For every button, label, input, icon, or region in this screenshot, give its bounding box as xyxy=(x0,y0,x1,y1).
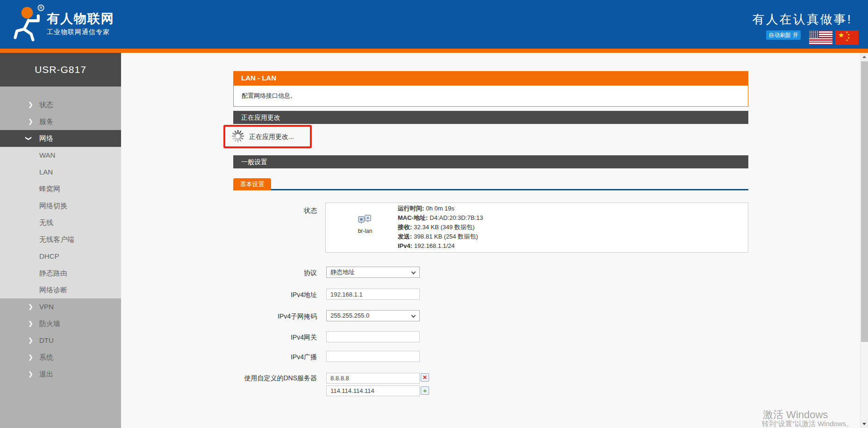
tab-basic-settings[interactable]: 基本设置 xyxy=(233,178,271,190)
language-english-flag-icon[interactable] xyxy=(809,30,832,45)
interface-name: br-lan xyxy=(344,228,386,234)
status-line: 运行时间:0h 0m 19s xyxy=(398,204,483,213)
sidebar-item-wireless[interactable]: 无线 xyxy=(0,214,121,231)
sidebar-item-services[interactable]: ❯ 服务 xyxy=(0,113,121,130)
brand-title: 有人物联网 xyxy=(47,10,115,27)
chevron-right-icon: ❯ xyxy=(28,96,33,113)
sidebar-item-status[interactable]: ❯ 状态 xyxy=(0,96,121,113)
dns-server-input-1[interactable] xyxy=(326,373,420,384)
chevron-right-icon: ❯ xyxy=(28,315,33,332)
add-dns-icon[interactable]: ＋ xyxy=(421,386,429,395)
chevron-right-icon: ❯ xyxy=(28,113,33,130)
ipv4-netmask-label: IPv4子网掩码 xyxy=(187,312,317,321)
ipv4-gateway-input[interactable] xyxy=(326,331,420,342)
protocol-label: 协议 xyxy=(187,269,317,277)
status-line: 发送:398.81 KB (254 数据包) xyxy=(398,232,483,241)
windows-activation-watermark-sub: 转到“设置”以激活 Windows。 xyxy=(762,420,853,428)
header-slogan: 有人在认真做事! xyxy=(753,11,852,28)
ipv4-broadcast-input[interactable] xyxy=(326,351,420,362)
sidebar-item-dhcp[interactable]: DHCP xyxy=(0,248,121,265)
scrollbar-thumb[interactable] xyxy=(861,61,868,342)
chevron-down-icon: ❯ xyxy=(20,136,37,141)
status-field-label: 状态 xyxy=(187,207,317,215)
vertical-scrollbar[interactable] xyxy=(860,53,868,428)
sidebar-item-vpn[interactable]: ❯ VPN xyxy=(0,298,121,315)
chevron-right-icon: ❯ xyxy=(28,366,33,383)
chevron-right-icon: ❯ xyxy=(28,298,33,315)
chevron-down-icon xyxy=(411,313,416,318)
sidebar-item-logout[interactable]: ❯ 退出 xyxy=(0,366,121,383)
sidebar-item-wan[interactable]: WAN xyxy=(0,147,121,164)
status-line: IPv4:192.168.1.1/24 xyxy=(398,241,483,251)
sidebar-item-network[interactable]: ❯ 网络 xyxy=(0,130,121,147)
page-title: LAN - LAN xyxy=(233,71,748,85)
ipv4-gateway-label: IPv4网关 xyxy=(187,334,317,342)
sidebar-item-system[interactable]: ❯ 系统 xyxy=(0,349,121,366)
sidebar-item-cellular[interactable]: 蜂窝网 xyxy=(0,181,121,197)
dns-server-input-2[interactable] xyxy=(326,385,420,396)
sidebar-item-network-switch[interactable]: 网络切换 xyxy=(0,197,121,214)
custom-dns-label: 使用自定义的DNS服务器 xyxy=(187,374,317,383)
device-model-title: USR-G817 xyxy=(0,53,121,87)
chevron-down-icon xyxy=(411,270,416,275)
ipv4-netmask-select[interactable]: 255.255.255.0 xyxy=(326,310,420,321)
tab-underline xyxy=(271,189,748,190)
scroll-up-button[interactable] xyxy=(861,53,868,61)
sidebar-item-static-routes[interactable]: 静态路由 xyxy=(0,265,121,282)
protocol-select[interactable]: 静态地址 xyxy=(326,267,420,278)
auto-refresh-toggle[interactable]: 自动刷新 开 xyxy=(766,30,801,40)
interface-block: br-lan xyxy=(344,214,386,234)
router-admin-page: R 有人物联网 工业物联网通信专家 有人在认真做事! 自动刷新 开 ★ ★ ★ … xyxy=(0,0,868,428)
status-line: 接收:32.34 KB (349 数据包) xyxy=(398,223,483,232)
interface-status-details: 运行时间:0h 0m 19s MAC-地址:D4:AD:20:3D:7B:13 … xyxy=(398,204,483,251)
ethernet-bridge-icon xyxy=(357,214,373,225)
page-description: 配置网络接口信息。 xyxy=(233,85,748,107)
triangle-up-icon xyxy=(862,56,866,58)
orange-accent-stripe xyxy=(0,49,868,53)
interface-status-box xyxy=(325,203,748,253)
top-header: R 有人物联网 工业物联网通信专家 有人在认真做事! 自动刷新 开 ★ ★ ★ … xyxy=(0,0,868,49)
scroll-down-button[interactable] xyxy=(861,420,868,428)
ipv4-broadcast-label: IPv4广播 xyxy=(187,353,317,362)
sidebar-item-network-diagnostics[interactable]: 网络诊断 xyxy=(0,282,121,298)
ipv4-address-label: IPv4地址 xyxy=(187,291,317,299)
network-submenu: WAN LAN 蜂窝网 网络切换 无线 无线客户端 DHCP 静态路由 网络诊断 xyxy=(0,147,121,298)
brand-subtitle: 工业物联网通信专家 xyxy=(47,28,110,36)
language-chinese-flag-icon[interactable]: ★ ★ ★ ★ ★ xyxy=(835,30,859,45)
sidebar-item-dtu[interactable]: ❯ DTU xyxy=(0,332,121,349)
svg-text:R: R xyxy=(39,6,42,10)
applying-changes-bar: 正在应用更改 xyxy=(233,111,748,124)
sidebar: USR-G817 ❯ 状态 ❯ 服务 ❯ 网络 WAN LAN 蜂窝网 网络切换… xyxy=(0,53,121,428)
triangle-down-icon xyxy=(862,423,866,425)
usr-iot-logo-icon: R xyxy=(10,3,46,44)
sidebar-item-firewall[interactable]: ❯ 防火墙 xyxy=(0,315,121,332)
chevron-right-icon: ❯ xyxy=(28,332,33,349)
general-settings-bar: 一般设置 xyxy=(233,155,748,168)
chevron-right-icon: ❯ xyxy=(28,349,33,366)
sidebar-item-wireless-client[interactable]: 无线客户端 xyxy=(0,231,121,248)
ipv4-address-input[interactable] xyxy=(326,289,420,300)
status-line: MAC-地址:D4:AD:20:3D:7B:13 xyxy=(398,213,483,223)
sidebar-item-lan[interactable]: LAN xyxy=(0,164,121,181)
delete-dns-icon[interactable]: ✕ xyxy=(421,373,429,382)
red-annotation-rectangle xyxy=(223,125,312,148)
